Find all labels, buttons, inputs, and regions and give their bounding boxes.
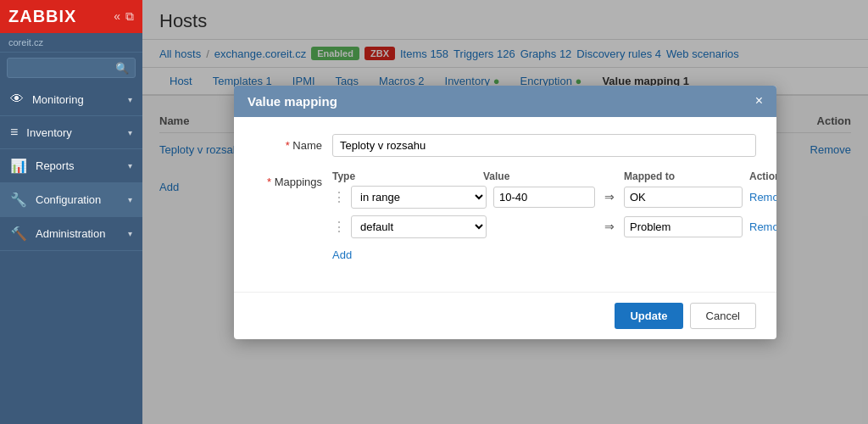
modal-close-button[interactable]: ×: [755, 94, 763, 108]
remove-mapping-1[interactable]: Remove: [749, 191, 776, 204]
sidebar-item-configuration[interactable]: 🔧 Configuration ▾: [0, 183, 142, 217]
mapped-input-2[interactable]: [624, 216, 743, 237]
required-star: *: [286, 139, 290, 152]
modal-footer: Update Cancel: [234, 292, 776, 339]
monitoring-icon: 👁: [10, 92, 24, 107]
sidebar-header-icons: « ⧉: [114, 9, 134, 24]
sidebar-item-label: Reports: [36, 159, 120, 172]
sidebar-item-administration[interactable]: 🔨 Administration ▾: [0, 217, 142, 251]
mapping-row-1: ⋮ in range equals default ⇒ Remove: [332, 186, 776, 209]
sidebar-item-reports[interactable]: 📊 Reports ▾: [0, 149, 142, 183]
inventory-icon: ≡: [10, 125, 18, 140]
col-value: Value: [483, 170, 593, 182]
drag-handle-icon[interactable]: ⋮: [332, 189, 344, 205]
value-mapping-modal: Value mapping × * Name * Mappings: [234, 86, 776, 339]
main-content: Hosts All hosts / exchange.coreit.cz Ena…: [142, 0, 868, 424]
value-input-1[interactable]: [493, 187, 595, 208]
sidebar-item-inventory[interactable]: ≡ Inventory ▾: [0, 116, 142, 149]
sidebar-header: ZABBIX « ⧉: [0, 0, 142, 33]
mapping-row-2: ⋮ default in range equals ⇒ Remove: [332, 215, 776, 238]
modal-overlay: Value mapping × * Name * Mappings: [142, 0, 868, 424]
modal-body: * Name * Mappings Type Value Mapped: [234, 117, 776, 292]
mappings-form-row: * Mappings Type Value Mapped to Action ⋮: [254, 170, 756, 261]
reports-icon: 📊: [10, 158, 27, 174]
modal-add-link[interactable]: Add: [332, 248, 352, 261]
col-mapped: Mapped to: [624, 170, 743, 182]
name-label: * Name: [254, 134, 322, 152]
drag-handle-icon-2[interactable]: ⋮: [332, 219, 344, 235]
sidebar-item-label: Inventory: [26, 126, 120, 139]
type-select-1[interactable]: in range equals default: [351, 186, 487, 209]
mapped-input-1[interactable]: [624, 187, 743, 208]
chevron-icon: ▾: [128, 229, 132, 238]
chevron-icon: ▾: [128, 195, 132, 204]
col-action: Action: [749, 170, 776, 182]
arrow-symbol-2: ⇒: [602, 220, 617, 233]
name-form-row: * Name: [254, 134, 756, 157]
search-bar: 🔍: [0, 53, 142, 83]
window-icon[interactable]: ⧉: [125, 9, 134, 24]
sidebar-item-label: Configuration: [36, 193, 120, 206]
update-button[interactable]: Update: [615, 303, 682, 329]
col-type: Type: [332, 170, 476, 182]
sidebar-item-label: Monitoring: [32, 93, 120, 106]
search-icon[interactable]: 🔍: [115, 62, 129, 75]
collapse-icon[interactable]: «: [114, 9, 120, 24]
chevron-icon: ▾: [128, 95, 132, 104]
chevron-icon: ▾: [128, 161, 132, 170]
chevron-icon: ▾: [128, 128, 132, 137]
sidebar-item-label: Administration: [36, 227, 120, 240]
sidebar-item-monitoring[interactable]: 👁 Monitoring ▾: [0, 83, 142, 116]
administration-icon: 🔨: [10, 226, 27, 242]
mappings-label: * Mappings: [254, 170, 322, 188]
configuration-icon: 🔧: [10, 192, 27, 208]
cancel-button[interactable]: Cancel: [690, 303, 756, 329]
modal-header: Value mapping ×: [234, 86, 776, 117]
mappings-table: Type Value Mapped to Action ⋮ in range e…: [332, 170, 776, 261]
instance-label: coreit.cz: [0, 33, 142, 53]
remove-mapping-2[interactable]: Remove: [749, 220, 776, 233]
name-input[interactable]: [332, 134, 756, 157]
modal-title: Value mapping: [248, 94, 337, 109]
zabbix-logo: ZABBIX: [8, 7, 76, 26]
type-select-2[interactable]: default in range equals: [351, 215, 487, 238]
mappings-header: Type Value Mapped to Action: [332, 170, 776, 186]
col-arrow: [600, 170, 617, 182]
sidebar: ZABBIX « ⧉ coreit.cz 🔍 👁 Monitoring ▾ ≡ …: [0, 0, 142, 424]
required-star2: *: [267, 176, 271, 188]
arrow-symbol-1: ⇒: [602, 190, 617, 204]
